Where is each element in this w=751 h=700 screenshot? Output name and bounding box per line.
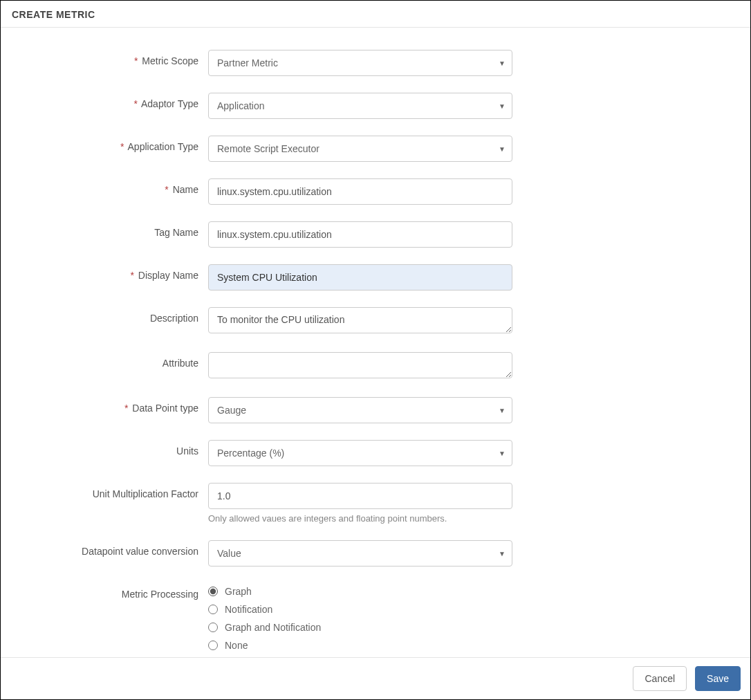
page-title: CREATE METRIC <box>12 9 739 20</box>
units-select[interactable]: Percentage (%) <box>208 440 512 466</box>
row-application-type: * Application Type Remote Script Executo… <box>1 136 750 162</box>
row-display-name: * Display Name <box>1 264 750 291</box>
data-point-type-select[interactable]: Gauge <box>208 397 512 423</box>
row-dp-conversion: Datapoint value conversion Value ▼ <box>1 540 750 567</box>
row-unit-mult: Unit Multiplication Factor Only allowed … <box>1 483 750 524</box>
label-metric-processing: Metric Processing <box>1 583 208 600</box>
radio-notification[interactable]: Notification <box>208 604 512 615</box>
label-display-name: * Display Name <box>1 264 208 281</box>
row-metric-processing: Metric Processing Graph Notification Gra… <box>1 583 750 657</box>
modal-footer: Cancel Save <box>1 657 750 699</box>
adaptor-type-select[interactable]: Application <box>208 93 512 119</box>
name-input[interactable] <box>208 178 512 205</box>
modal-header: CREATE METRIC <box>1 1 750 28</box>
row-units: Units Percentage (%) ▼ <box>1 440 750 466</box>
form-body: * Metric Scope Partner Metric ▼ * Adapto… <box>1 28 750 657</box>
row-data-point-type: * Data Point type Gauge ▼ <box>1 397 750 423</box>
metric-processing-radio-group: Graph Notification Graph and Notificatio… <box>208 583 512 651</box>
radio-input-graph[interactable] <box>208 587 218 596</box>
label-attribute: Attribute <box>1 352 208 369</box>
radio-graph[interactable]: Graph <box>208 586 512 597</box>
attribute-textarea[interactable] <box>208 352 512 378</box>
label-tag-name: Tag Name <box>1 221 208 238</box>
row-name: * Name <box>1 178 750 205</box>
radio-graph-and-notification[interactable]: Graph and Notification <box>208 622 512 633</box>
label-data-point-type: * Data Point type <box>1 397 208 414</box>
label-description: Description <box>1 307 208 324</box>
row-metric-scope: * Metric Scope Partner Metric ▼ <box>1 50 750 76</box>
label-application-type: * Application Type <box>1 136 208 152</box>
label-unit-mult: Unit Multiplication Factor <box>1 483 208 499</box>
metric-scope-select[interactable]: Partner Metric <box>208 50 512 76</box>
description-textarea[interactable]: To monitor the CPU utilization <box>208 307 512 333</box>
row-adaptor-type: * Adaptor Type Application ▼ <box>1 93 750 119</box>
row-description: Description To monitor the CPU utilizati… <box>1 307 750 335</box>
row-tag-name: Tag Name <box>1 221 750 248</box>
unit-mult-input[interactable] <box>208 483 512 509</box>
radio-input-notification[interactable] <box>208 605 218 614</box>
label-dp-conversion: Datapoint value conversion <box>1 540 208 557</box>
label-units: Units <box>1 440 208 457</box>
row-attribute: Attribute <box>1 352 750 380</box>
cancel-button[interactable]: Cancel <box>633 666 687 691</box>
save-button[interactable]: Save <box>695 666 741 691</box>
label-name: * Name <box>1 178 208 195</box>
radio-none[interactable]: None <box>208 640 512 651</box>
label-adaptor-type: * Adaptor Type <box>1 93 208 109</box>
display-name-input[interactable] <box>208 264 512 291</box>
dp-conversion-select[interactable]: Value <box>208 540 512 567</box>
radio-input-graph-and-notification[interactable] <box>208 623 218 632</box>
radio-input-none[interactable] <box>208 641 218 650</box>
tag-name-input[interactable] <box>208 221 512 248</box>
unit-mult-hint: Only allowed vaues are integers and floa… <box>208 513 512 524</box>
application-type-select[interactable]: Remote Script Executor <box>208 136 512 162</box>
label-metric-scope: * Metric Scope <box>1 50 208 66</box>
